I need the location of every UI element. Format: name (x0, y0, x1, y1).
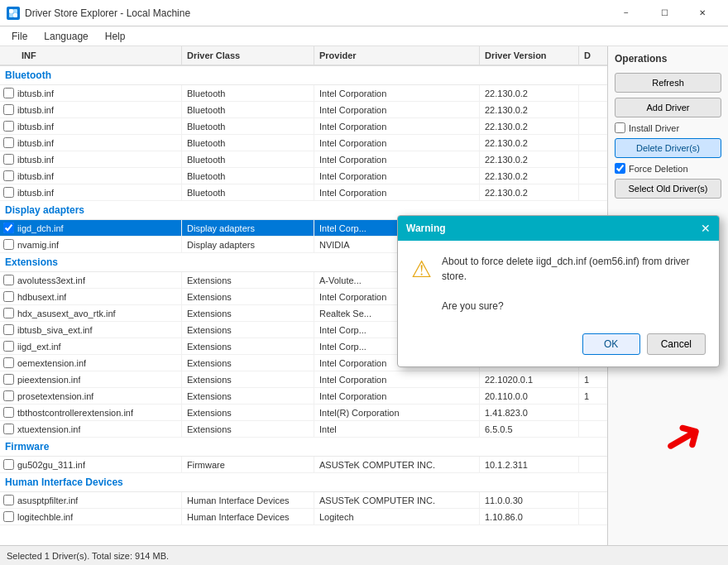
warning-icon: ⚠ (411, 256, 432, 283)
dialog-title: Warning (406, 223, 446, 234)
dialog-body: ⚠ About to force delete iigd_dch.inf (oe… (398, 241, 719, 327)
dialog-title-bar: Warning ✕ (398, 216, 719, 241)
dialog-message: About to force delete iigd_dch.inf (oem5… (442, 254, 706, 314)
dialog-footer: OK Cancel (398, 327, 719, 366)
dialog-ok-button[interactable]: OK (582, 333, 640, 355)
dialog-message-line2: Are you sure? (442, 299, 706, 314)
red-arrow-icon: ➜ (650, 401, 715, 472)
dialog-overlay: Warning ✕ ⚠ About to force delete iigd_d… (0, 0, 728, 565)
arrow-container: ➜ (662, 408, 703, 466)
dialog-message-line1: About to force delete iigd_dch.inf (oem5… (442, 254, 706, 284)
dialog-cancel-button[interactable]: Cancel (647, 333, 706, 355)
dialog-close-button[interactable]: ✕ (701, 223, 711, 234)
warning-dialog: Warning ✕ ⚠ About to force delete iigd_d… (397, 215, 720, 367)
